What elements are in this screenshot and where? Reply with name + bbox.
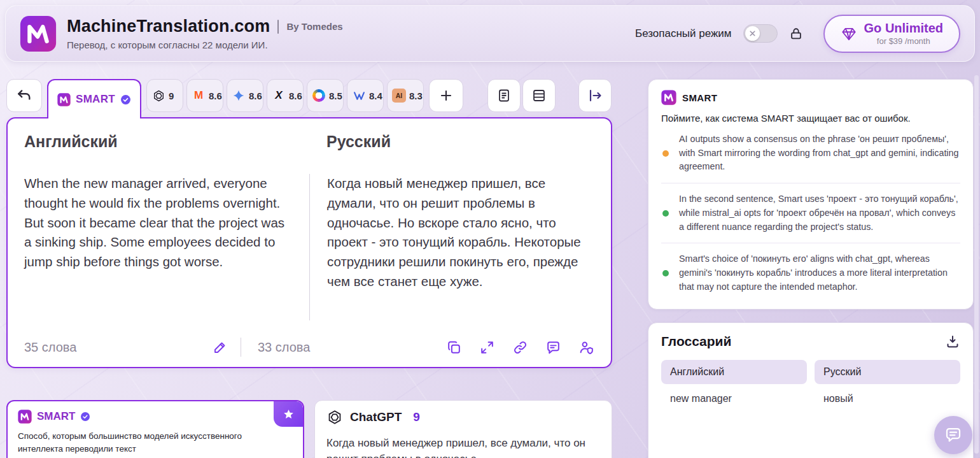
edit-button[interactable] [213, 340, 228, 355]
gemini-icon [232, 89, 246, 103]
title-block: MachineTranslation.com By Tomedes Перево… [67, 17, 343, 50]
glossary-panel: Глоссарий Английский Русский new manager… [648, 322, 974, 458]
chatgpt-result-card[interactable]: ChatGPT 9 Когда новый менеджер пришел, в… [314, 400, 612, 458]
smart-logo-icon [18, 410, 32, 424]
model-tab-deepseek[interactable]: 8.4 [347, 79, 384, 112]
lock-icon [789, 27, 803, 41]
rows-view-icon [531, 88, 547, 103]
smart-card-label: SMART [37, 410, 75, 423]
chat-bubble-icon [944, 426, 963, 445]
add-model-button[interactable] [429, 79, 463, 112]
smart-result-card[interactable]: SMART Способ, которым большинство моделе… [6, 400, 304, 458]
tab-smart-active[interactable]: SMART [47, 79, 141, 118]
app-root: MachineTranslation.com By Tomedes Перево… [0, 0, 980, 458]
mistral-icon: M [192, 89, 206, 103]
model-tab-chatgpt[interactable]: 9 [146, 79, 183, 112]
go-unlimited-price: for $39 /month [877, 36, 930, 46]
document-view-icon [496, 88, 512, 103]
safe-mode-label: Безопасный режим [635, 27, 732, 40]
glossary-target-term: новый [815, 393, 960, 404]
toggle-knob [745, 26, 760, 41]
glossary-title: Глоссарий [661, 334, 731, 349]
model-tab-bar: SMART 9 M 8.6 8.6 [6, 79, 612, 112]
insight-item: Smart's choice of 'покинуть его' aligns … [661, 243, 960, 303]
chatgpt-card-label: ChatGPT [350, 410, 402, 424]
model-tab-gemini[interactable]: 8.6 [227, 79, 263, 112]
favorite-badge[interactable] [274, 401, 303, 427]
shield-person-icon [578, 340, 594, 355]
share-link-button[interactable] [512, 340, 528, 355]
translation-card-footer: 35 слова 33 слова [24, 338, 594, 357]
brand-logo-icon [20, 15, 57, 52]
feedback-button[interactable] [545, 340, 561, 355]
plus-icon [438, 88, 454, 103]
anthropic-icon: AI [392, 89, 406, 103]
smart-analysis-panel: SMART Поймите, как система SMART защищае… [648, 79, 974, 310]
glossary-target-header[interactable]: Русский [815, 360, 960, 384]
glossary-download-button[interactable] [945, 334, 960, 349]
source-text[interactable]: When the new manager arrived, everyone t… [24, 174, 309, 272]
source-word-count: 35 слова [24, 340, 76, 355]
meta-ai-icon [312, 89, 326, 103]
target-language-label: Русский [309, 132, 594, 151]
x-icon [748, 29, 757, 38]
go-unlimited-label: Go Unlimited [864, 21, 943, 36]
title-divider [277, 20, 279, 34]
expand-icon [479, 340, 495, 355]
glossary-source-header[interactable]: Английский [661, 360, 807, 384]
target-text[interactable]: Когда новый менеджер пришел, все думали,… [309, 174, 594, 320]
smart-card-description: Способ, которым большинство моделей иску… [18, 430, 288, 455]
model-score: 8.6 [249, 90, 262, 101]
smart-panel-title: SMART [682, 92, 717, 103]
result-cards-row: SMART Способ, которым большинство моделе… [6, 400, 612, 458]
smart-tab-label: SMART [76, 93, 115, 106]
target-word-count: 33 слова [258, 340, 310, 355]
status-dot [662, 150, 669, 157]
model-score: 9 [169, 90, 174, 101]
smart-logo-icon [661, 90, 676, 105]
stacked-view-button[interactable] [522, 79, 556, 112]
header: MachineTranslation.com By Tomedes Перево… [5, 5, 975, 62]
export-button[interactable] [578, 79, 612, 112]
support-chat-button[interactable] [934, 416, 972, 454]
scrollbar[interactable] [974, 75, 979, 454]
copy-button[interactable] [446, 340, 462, 355]
app-title: MachineTranslation.com [67, 17, 270, 36]
model-score: 8.4 [369, 90, 382, 101]
model-score: 8.5 [329, 90, 342, 101]
undo-button[interactable] [6, 79, 42, 112]
model-score: 8.6 [289, 90, 302, 101]
model-tab-grok[interactable]: X 8.6 [267, 79, 304, 112]
gem-icon [841, 25, 857, 42]
deepseek-icon [352, 89, 366, 103]
go-unlimited-button[interactable]: Go Unlimited for $39 /month [823, 15, 960, 53]
export-arrow-icon [587, 88, 603, 103]
model-score: 8.6 [209, 90, 222, 101]
chatgpt-icon [326, 409, 343, 426]
comment-icon [545, 340, 561, 355]
translation-workspace: SMART 9 M 8.6 8.6 [6, 79, 612, 458]
model-tab-anthropic[interactable]: AI 8.3 [387, 79, 424, 112]
verified-badge-icon [80, 411, 90, 422]
insight-item: In the second sentence, Smart uses 'прое… [661, 183, 960, 243]
star-icon [283, 408, 295, 420]
glossary-source-term: new manager [661, 393, 807, 404]
verified-badge-icon [120, 94, 131, 105]
chatgpt-icon [151, 89, 165, 103]
download-icon [945, 334, 960, 349]
chatgpt-card-score: 9 [413, 410, 420, 424]
model-tab-mistral[interactable]: M 8.6 [186, 79, 223, 112]
safe-mode-toggle[interactable] [743, 24, 778, 43]
expand-button[interactable] [479, 340, 495, 355]
single-view-button[interactable] [487, 79, 521, 112]
pencil-icon [213, 340, 228, 355]
smart-logo-icon [57, 93, 71, 106]
link-icon [512, 340, 528, 355]
glossary-row[interactable]: new manager новый [661, 393, 960, 404]
model-tab-meta-ai[interactable]: 8.5 [307, 79, 344, 112]
smart-panel-subtitle: Поймите, как система SMART защищает вас … [661, 113, 960, 124]
source-language-label: Английский [24, 132, 309, 151]
insight-text: Smart's choice of 'покинуть его' aligns … [679, 252, 959, 294]
copy-icon [446, 340, 462, 355]
privacy-review-button[interactable] [578, 340, 594, 355]
